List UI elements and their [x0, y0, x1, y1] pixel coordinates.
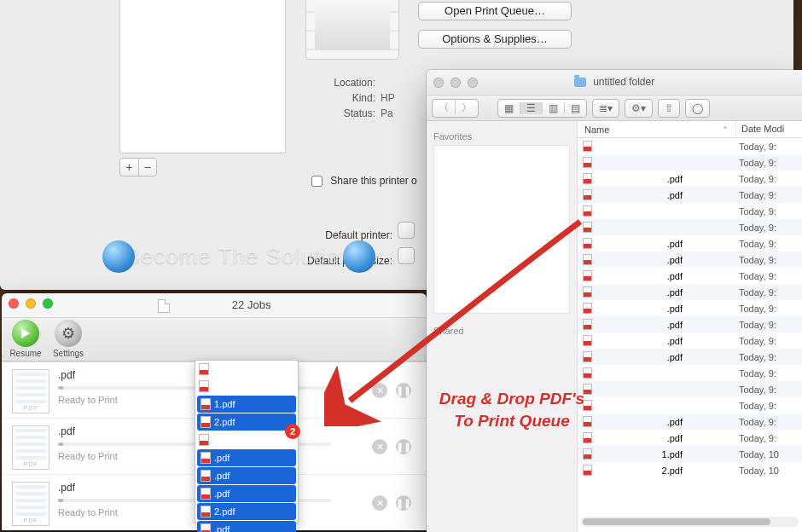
- add-remove-printer[interactable]: + −: [119, 158, 157, 176]
- file-row[interactable]: .pdfToday, 9:: [578, 300, 802, 316]
- pdf-icon: [583, 335, 592, 346]
- finder-sidebar[interactable]: Favorites Shared: [427, 121, 578, 532]
- cancel-job-button[interactable]: ✕: [372, 439, 387, 454]
- column-name[interactable]: Name ⌃: [578, 121, 735, 137]
- horizontal-scrollbar[interactable]: [581, 517, 799, 527]
- drag-ghost: 1.pdf 2.pdf .pdf .pdf .pdf 2.pdf .pdf: [195, 360, 299, 523]
- settings-button[interactable]: Settings: [49, 320, 87, 358]
- file-row[interactable]: .pdfToday, 9:: [578, 316, 802, 332]
- back-button[interactable]: 〈: [433, 101, 455, 115]
- file-row[interactable]: Today, 9:: [578, 138, 802, 154]
- file-row[interactable]: .pdfToday, 9:: [578, 235, 802, 252]
- file-name: .pdf: [597, 433, 683, 443]
- remove-printer-button[interactable]: −: [139, 159, 157, 176]
- finder-file-list[interactable]: Name ⌃ Date Modi Today, 9:Today, 9:.pdfT…: [578, 121, 802, 532]
- file-name: .pdf: [597, 239, 683, 249]
- file-row[interactable]: .pdfToday, 9:: [578, 430, 802, 446]
- document-icon: [12, 482, 49, 526]
- column-date[interactable]: Date Modi: [735, 121, 802, 137]
- printer-title-icon: [158, 299, 170, 313]
- file-row[interactable]: .pdfToday, 9:: [578, 349, 802, 365]
- default-paper-select[interactable]: [398, 247, 415, 264]
- pdf-icon: [583, 205, 592, 217]
- default-printer-label: Default printer:: [282, 229, 392, 241]
- icon-view-button[interactable]: ▦: [498, 102, 520, 114]
- share-printer-row[interactable]: Share this printer o: [311, 175, 417, 187]
- pause-job-button[interactable]: ❚❚: [396, 495, 411, 511]
- file-name: .pdf: [597, 320, 683, 330]
- pdf-icon: [583, 367, 592, 379]
- pdf-icon: [200, 470, 211, 482]
- file-row[interactable]: .pdfToday, 9:: [578, 252, 802, 268]
- list-view-button[interactable]: ☰: [520, 102, 542, 114]
- pdf-icon: [583, 319, 592, 330]
- cancel-job-button[interactable]: ✕: [372, 383, 387, 398]
- pdf-icon: [583, 254, 592, 265]
- options-supplies-button[interactable]: Options & Supplies…: [418, 30, 572, 49]
- file-row[interactable]: .pdfToday, 9:: [578, 332, 802, 349]
- file-date: Today, 9:: [735, 385, 802, 395]
- file-row[interactable]: .pdfToday, 9:: [578, 284, 802, 300]
- play-icon: [12, 320, 39, 347]
- drag-count-badge: 2: [285, 424, 300, 439]
- file-row[interactable]: Today, 9:: [578, 365, 802, 381]
- pdf-icon: [583, 416, 592, 427]
- pdf-icon: [200, 523, 211, 532]
- default-printer-select[interactable]: [398, 222, 415, 239]
- file-row[interactable]: Today, 9:: [578, 154, 802, 171]
- tags-button[interactable]: ◯: [685, 99, 710, 118]
- file-row[interactable]: Today, 9:: [578, 219, 802, 235]
- file-date: Today, 9:: [735, 158, 802, 168]
- file-date: Today, 9:: [735, 190, 802, 200]
- pdf-icon: [583, 157, 592, 168]
- shared-header: Shared: [433, 326, 570, 336]
- finder-titlebar[interactable]: untitled folder: [427, 70, 802, 95]
- file-date: Today, 9:: [735, 271, 802, 281]
- file-row[interactable]: .pdfToday, 9:: [578, 413, 802, 430]
- pdf-icon: [583, 465, 592, 476]
- open-print-queue-button[interactable]: Open Print Queue…: [418, 2, 572, 20]
- file-row[interactable]: .pdfToday, 9:: [578, 171, 802, 187]
- arrange-menu[interactable]: ≣▾: [592, 99, 619, 118]
- pdf-icon: [199, 380, 209, 392]
- share-button[interactable]: ⇧: [658, 99, 680, 118]
- list-header[interactable]: Name ⌃ Date Modi: [578, 121, 802, 138]
- column-view-button[interactable]: ▥: [542, 102, 564, 114]
- pdf-icon: [583, 173, 592, 184]
- forward-button[interactable]: 〉: [455, 101, 478, 115]
- pdf-icon: [583, 141, 592, 152]
- file-row[interactable]: 2.pdfToday, 10: [578, 462, 802, 478]
- pdf-icon: [583, 432, 592, 443]
- file-name: .pdf: [597, 352, 683, 362]
- action-menu[interactable]: ⚙▾: [625, 99, 653, 118]
- kind-label: Kind:: [316, 92, 375, 104]
- file-name: .pdf: [597, 174, 683, 184]
- nav-back-forward[interactable]: 〈〉: [432, 99, 479, 118]
- file-row[interactable]: Today, 9:: [578, 397, 802, 413]
- document-icon: [12, 425, 49, 470]
- pdf-icon: [583, 400, 592, 411]
- sidebar-favorites-list[interactable]: [433, 145, 570, 314]
- file-row[interactable]: Today, 9:: [578, 203, 802, 219]
- resume-button[interactable]: Resume: [7, 320, 44, 358]
- printer-list[interactable]: [119, 0, 286, 153]
- pdf-icon: [199, 363, 209, 375]
- file-row[interactable]: Today, 9:: [578, 381, 802, 397]
- file-row[interactable]: 1.pdfToday, 10: [578, 446, 802, 462]
- status-value: Pa: [381, 107, 393, 119]
- finder-toolbar: 〈〉 ▦ ☰ ▥ ▤ ≣▾ ⚙▾ ⇧ ◯: [427, 95, 802, 121]
- file-date: Today, 9:: [735, 368, 802, 379]
- default-paper-label: Default paper size:: [282, 255, 392, 267]
- file-row[interactable]: .pdfToday, 9:: [578, 187, 802, 203]
- pause-job-button[interactable]: ❚❚: [396, 383, 411, 398]
- share-printer-checkbox[interactable]: [311, 176, 323, 187]
- file-row[interactable]: .pdfToday, 9:: [578, 268, 802, 284]
- pdf-icon: [583, 189, 592, 200]
- cancel-job-button[interactable]: ✕: [372, 495, 387, 511]
- gear-icon: [55, 320, 82, 347]
- view-mode-segment[interactable]: ▦ ☰ ▥ ▤: [497, 99, 587, 118]
- gallery-view-button[interactable]: ▤: [564, 102, 586, 114]
- add-printer-button[interactable]: +: [120, 159, 139, 176]
- print-queue-title: 22 Jobs: [2, 298, 427, 313]
- pause-job-button[interactable]: ❚❚: [396, 439, 411, 454]
